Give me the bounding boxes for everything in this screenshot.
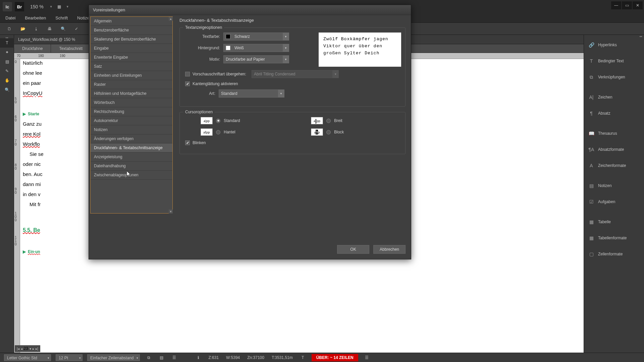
sidebar-item[interactable]: Hilfslinien und Montagefläche — [91, 89, 172, 98]
sidebar-item[interactable]: Skalierung der Benutzeroberfläche — [91, 35, 172, 44]
close-button[interactable]: ✕ — [633, 1, 643, 9]
panel-thesaurus[interactable]: 📖Thesaurus — [584, 125, 644, 141]
panel-table-styles[interactable]: ▦Tabellenformate — [584, 230, 644, 246]
sidebar-item[interactable]: Anzeigeleistung — [91, 153, 172, 162]
sidebar-item[interactable]: Wörterbuch — [91, 98, 172, 107]
panel-assignments[interactable]: ☑Aufgaben — [584, 194, 644, 210]
maximize-button[interactable]: ▭ — [622, 1, 632, 9]
prev-page-button[interactable]: ◂ — [21, 347, 22, 351]
conditional-icon: T — [588, 58, 595, 64]
sidebar-item[interactable]: Allgemein — [91, 17, 172, 26]
panel-cell-styles[interactable]: ▢Zellenformate — [584, 246, 644, 262]
sidebar-item[interactable]: Satz — [91, 62, 172, 71]
print-icon[interactable]: 🖶 — [46, 25, 54, 33]
menu2-icon[interactable]: ☰ — [363, 354, 371, 362]
cancel-button[interactable]: Abbrechen — [373, 245, 406, 254]
menu-file[interactable]: Datei — [3, 14, 18, 22]
sidebar-item[interactable]: Notizen — [91, 125, 172, 134]
font-dropdown[interactable]: Letter Gothic Std — [4, 354, 51, 361]
cursor-wide-radio[interactable] — [326, 119, 331, 123]
settings-title: Druckfahnen- & Textabschnittsanzeige — [179, 18, 406, 23]
antialias-type-dropdown[interactable]: Standard ▼ — [219, 89, 284, 98]
panel-para-styles[interactable]: ¶AAbsatzformate — [584, 141, 644, 158]
minimize-button[interactable]: — — [611, 1, 621, 9]
bridge-icon[interactable]: Br — [15, 2, 24, 11]
spellcheck-icon[interactable]: ✓ — [72, 25, 80, 33]
menu-font[interactable]: Schrift — [53, 14, 70, 22]
swatch-black — [226, 34, 230, 39]
sidebar-item[interactable]: Eingabe — [91, 44, 172, 53]
hand-tool-icon[interactable]: ✋ — [0, 76, 14, 85]
sidebar-item[interactable]: Einheiten und Einteilungen — [91, 71, 172, 80]
scroll-down-button[interactable]: ▼ — [169, 209, 173, 214]
panel-hyperlinks[interactable]: 🔗Hyperlinks — [584, 37, 644, 53]
zoom-tool-icon[interactable]: 🔍 — [0, 85, 14, 95]
find-icon[interactable]: 🔍 — [59, 25, 67, 33]
antialias-checkbox[interactable] — [185, 81, 190, 86]
new-icon[interactable]: 🗋 — [5, 25, 13, 33]
document-tab[interactable]: Layout_Workflow.indd @ 150 % — [14, 35, 79, 44]
menu-edit[interactable]: Bearbeiten — [22, 14, 49, 22]
align2-icon[interactable]: ▤ — [157, 354, 165, 362]
scroll-up-button[interactable]: ▲ — [169, 17, 173, 21]
panel-conditional-text[interactable]: TBedingter Text — [584, 53, 644, 69]
line-spacing-dropdown[interactable]: Einfacher Zeilenabstand — [87, 354, 140, 361]
tab-story[interactable]: Textabschnitt — [51, 44, 91, 53]
arrange-icon[interactable]: ▦ — [55, 3, 63, 11]
font-size-dropdown[interactable]: 12 Pt — [56, 354, 83, 361]
cursor-block-radio[interactable] — [326, 130, 331, 134]
panel-paragraph[interactable]: ¶Absatz — [584, 105, 644, 121]
sidebar-item[interactable]: Druckfahnen- & Textabschnittsanzeige — [91, 143, 172, 153]
save-icon[interactable]: ⭳ — [32, 25, 40, 33]
pagination: |◂ ◂ 23 ▾ ▸ ▸| — [15, 345, 40, 352]
page-dropdown-button[interactable]: ▾ — [30, 347, 31, 351]
panel-table[interactable]: ▦Tabelle — [584, 214, 644, 230]
sidebar-item[interactable]: Dateihandhabung — [91, 162, 172, 171]
open-icon[interactable]: 📂 — [19, 25, 27, 33]
last-page-button[interactable]: ▸| — [36, 347, 38, 351]
text-frame-icon[interactable]: T — [299, 354, 307, 362]
ok-button[interactable]: OK — [337, 245, 369, 254]
cursor-standard-radio[interactable] — [216, 119, 220, 123]
cursor-block-preview: abp — [311, 128, 323, 136]
panel-char-styles[interactable]: AZeichenformate — [584, 158, 644, 174]
table-style-icon: ▦ — [588, 235, 595, 241]
next-page-button[interactable]: ▸ — [33, 347, 34, 351]
text-tool-icon[interactable]: T — [0, 38, 14, 48]
cursor-wide-preview: a|pp — [311, 117, 323, 124]
text-color-dropdown[interactable]: Schwarz ▼ — [223, 33, 289, 41]
sidebar-item[interactable]: Zwischenablageoptionen — [91, 171, 172, 180]
override-font-checkbox[interactable] — [185, 72, 190, 76]
panel-notes[interactable]: ▤Notizen — [584, 178, 644, 194]
position-tool-icon[interactable]: ✦ — [0, 48, 14, 57]
sidebar-item[interactable]: Benutzeroberfläche — [91, 26, 172, 35]
sidebar-item[interactable]: Raster — [91, 80, 172, 89]
info-icon[interactable]: ℹ — [194, 354, 202, 362]
current-page[interactable]: 23 — [24, 346, 28, 351]
text-display-legend: Textanzeigeoptionen — [183, 25, 224, 30]
sidebar-item[interactable]: Änderungen verfolgen — [91, 134, 172, 143]
bg-dropdown[interactable]: Weiß ▼ — [223, 44, 289, 52]
sidebar-item[interactable]: Autokorrektur — [91, 116, 172, 125]
cursor-options-legend: Cursoroptionen — [183, 110, 215, 114]
theme-dropdown[interactable]: Druckfarbe auf Papier ▼ — [223, 55, 289, 63]
sidebar-item[interactable]: Rechtschreibung — [91, 107, 172, 116]
first-page-button[interactable]: |◂ — [17, 347, 19, 351]
align1-icon[interactable]: ⧉ — [145, 354, 153, 362]
status-bar: Letter Gothic Std 12 Pt Einfacher Zeilen… — [0, 353, 644, 362]
chevron-down-icon: ▼ — [278, 90, 284, 97]
menu-icon[interactable]: ☰ — [170, 354, 178, 362]
cursor-barbell-label: Hantel — [224, 130, 235, 134]
note-tool-icon[interactable]: ▤ — [0, 57, 14, 66]
blink-checkbox[interactable] — [185, 140, 190, 145]
assignments-icon: ☑ — [588, 198, 595, 205]
para-style-icon: ¶A — [588, 146, 595, 153]
zoom-level[interactable]: 150 % — [27, 3, 47, 11]
status-z: Z:631 — [207, 354, 220, 361]
panel-links[interactable]: ⧉Verknüpfungen — [584, 69, 644, 85]
panel-character[interactable]: A|Zeichen — [584, 89, 644, 105]
tab-galley[interactable]: Druckfahne — [14, 44, 51, 53]
eyedropper-tool-icon[interactable]: ✎ — [0, 66, 14, 76]
cursor-barbell-radio[interactable] — [216, 130, 220, 134]
sidebar-item[interactable]: Erweiterte Eingabe — [91, 53, 172, 62]
